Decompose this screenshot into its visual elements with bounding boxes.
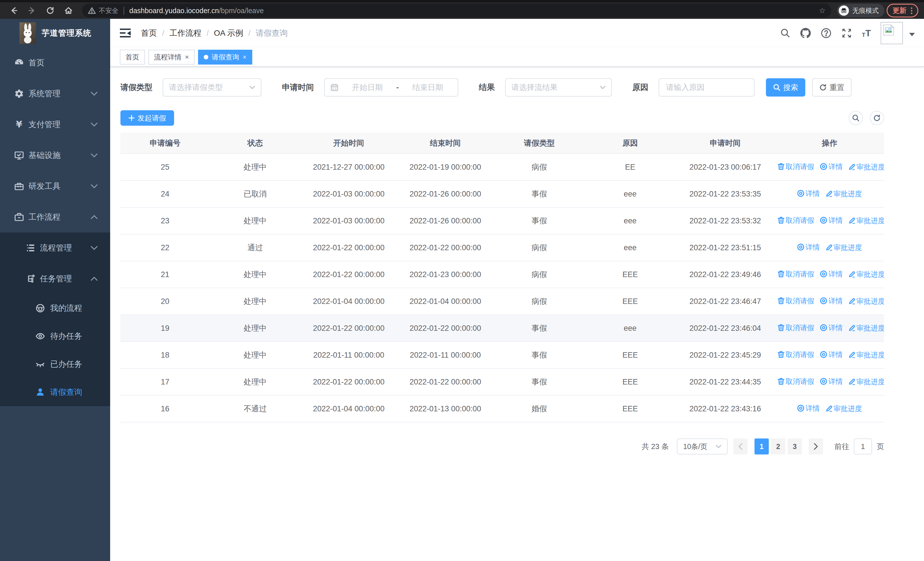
cell-start: 2022-01-04 00:00:00 <box>301 288 397 315</box>
detail-link[interactable]: 详情 <box>820 216 843 225</box>
browser-update-button[interactable]: 更新 <box>886 4 918 17</box>
cell-status: 处理中 <box>210 154 300 180</box>
sidebar-item-infra[interactable]: 基础设施 <box>0 140 110 171</box>
prev-page-button[interactable] <box>734 438 748 454</box>
page-size-select[interactable]: 10条/页 <box>677 438 728 454</box>
help-icon[interactable] <box>821 28 831 39</box>
search-button[interactable]: 搜索 <box>766 78 805 96</box>
forward-icon[interactable] <box>24 4 40 17</box>
leave-type-select[interactable]: 请选择请假类型 <box>163 78 261 96</box>
approval-progress-link[interactable]: 审批进度 <box>848 270 884 279</box>
reset-button[interactable]: 重置 <box>812 78 852 96</box>
sidebar-item-home[interactable]: 首页 <box>0 47 110 78</box>
reload-icon[interactable] <box>42 4 58 17</box>
sidebar-item-devtools[interactable]: 研发工具 <box>0 171 110 202</box>
approval-progress-link[interactable]: 审批进度 <box>848 323 884 333</box>
search-icon <box>773 84 780 91</box>
goto-label: 前往 <box>834 442 849 451</box>
approval-progress-link[interactable]: 审批进度 <box>825 404 862 413</box>
cell-reason: eee <box>585 315 675 341</box>
action-label: 详情 <box>828 323 843 332</box>
date-end-placeholder[interactable]: 结束日期 <box>404 82 452 93</box>
result-select[interactable]: 请选择流结果 <box>505 78 612 96</box>
reason-input[interactable] <box>658 78 754 96</box>
sidebar-item-leave-query[interactable]: 请假查询 <box>0 378 110 406</box>
cell-reason: eee <box>585 234 675 261</box>
task-tree-icon <box>26 274 35 284</box>
approval-progress-link[interactable]: 审批进度 <box>848 216 884 226</box>
next-page-button[interactable] <box>809 438 823 454</box>
bookmark-star-icon[interactable]: ☆ <box>819 6 825 15</box>
approval-progress-link[interactable]: 审批进度 <box>848 377 884 387</box>
detail-link[interactable]: 详情 <box>820 296 843 305</box>
refresh-table-button[interactable] <box>870 111 884 125</box>
cell-applied: 2022-01-22 23:49:46 <box>675 261 775 288</box>
tab-close-icon[interactable]: × <box>243 54 246 60</box>
tab-process-detail[interactable]: 流程详情× <box>148 50 195 65</box>
cancel-leave-link[interactable]: 取消请假 <box>778 269 814 279</box>
create-leave-button[interactable]: 发起请假 <box>120 110 174 126</box>
security-status[interactable]: 不安全 <box>88 6 118 15</box>
home-icon[interactable] <box>60 4 76 17</box>
cancel-leave-link[interactable]: 取消请假 <box>778 323 814 332</box>
table-row: 23处理中2022-01-03 00:00:002022-01-26 00:00… <box>120 208 884 234</box>
eye-detail-icon <box>797 190 804 197</box>
detail-link[interactable]: 详情 <box>820 269 843 279</box>
cancel-leave-link[interactable]: 取消请假 <box>778 216 814 225</box>
sidebar-item-payment[interactable]: ¥支付管理 <box>0 109 110 140</box>
action-label: 取消请假 <box>786 269 814 279</box>
detail-link[interactable]: 详情 <box>820 162 843 171</box>
detail-link[interactable]: 详情 <box>820 377 843 386</box>
browser-menu-icon[interactable] <box>911 8 912 14</box>
eye-closed-icon <box>35 359 45 369</box>
font-size-icon[interactable]: TT <box>862 29 871 38</box>
breadcrumb-item[interactable]: 工作流程 <box>170 28 201 39</box>
detail-link[interactable]: 详情 <box>797 404 820 413</box>
table-row: 25处理中2021-12-27 00:00:002022-01-19 00:00… <box>120 154 884 180</box>
sidebar-item-done-tasks[interactable]: 已办任务 <box>0 350 110 378</box>
detail-link[interactable]: 详情 <box>797 242 820 252</box>
cancel-leave-link[interactable]: 取消请假 <box>778 296 814 305</box>
detail-link[interactable]: 详情 <box>797 189 820 198</box>
page-button-2[interactable]: 2 <box>771 438 785 454</box>
approval-progress-link[interactable]: 审批进度 <box>848 350 884 359</box>
github-icon[interactable] <box>800 28 811 39</box>
tab-leave-query[interactable]: 请假查询× <box>198 50 252 65</box>
sidebar-item-todo-tasks[interactable]: 待办任务 <box>0 322 110 350</box>
page-button-3[interactable]: 3 <box>788 438 802 454</box>
back-icon[interactable] <box>6 4 22 17</box>
fullscreen-icon[interactable] <box>841 28 852 39</box>
breadcrumb-item[interactable]: OA 示例 <box>214 28 243 39</box>
show-search-button[interactable] <box>849 111 863 125</box>
pen-icon <box>848 351 855 358</box>
apply-time-range-picker[interactable]: 开始日期 - 结束日期 <box>324 78 458 96</box>
address-bar[interactable]: 不安全 dashboard.yudao.iocoder.cn/bpm/oa/le… <box>82 4 831 17</box>
approval-progress-link[interactable]: 审批进度 <box>825 189 862 199</box>
cancel-leave-link[interactable]: 取消请假 <box>778 162 814 171</box>
sidebar-item-task-mgmt[interactable]: 任务管理 <box>0 263 110 294</box>
sidebar-item-system[interactable]: 系统管理 <box>0 78 110 109</box>
sidebar-item-process-mgmt[interactable]: 流程管理 <box>0 233 110 263</box>
browser-toolbar: 不安全 dashboard.yudao.iocoder.cn/bpm/oa/le… <box>0 0 924 19</box>
search-icon[interactable] <box>780 28 790 38</box>
cancel-leave-link[interactable]: 取消请假 <box>778 350 814 359</box>
sidebar-collapse-icon[interactable] <box>120 28 131 38</box>
eye-detail-icon <box>797 244 804 251</box>
page-button-1[interactable]: 1 <box>754 438 769 454</box>
detail-link[interactable]: 详情 <box>820 323 843 332</box>
approval-progress-link[interactable]: 审批进度 <box>848 162 884 171</box>
goto-page-input[interactable] <box>854 438 872 454</box>
detail-link[interactable]: 详情 <box>820 350 843 359</box>
sidebar-item-my-processes[interactable]: 我的流程 <box>0 294 110 322</box>
chevron-down-icon <box>91 246 98 250</box>
sidebar-item-workflow[interactable]: 工作流程 <box>0 202 110 233</box>
approval-progress-link[interactable]: 审批进度 <box>825 243 862 252</box>
tab-home[interactable]: 首页 <box>120 50 145 65</box>
date-start-placeholder[interactable]: 开始日期 <box>343 82 392 93</box>
avatar-caret-icon[interactable] <box>909 28 915 39</box>
breadcrumb-item[interactable]: 首页 <box>141 28 157 39</box>
approval-progress-link[interactable]: 审批进度 <box>848 296 884 306</box>
avatar[interactable] <box>880 22 903 44</box>
tab-close-icon[interactable]: × <box>185 54 189 60</box>
cancel-leave-link[interactable]: 取消请假 <box>778 377 814 386</box>
